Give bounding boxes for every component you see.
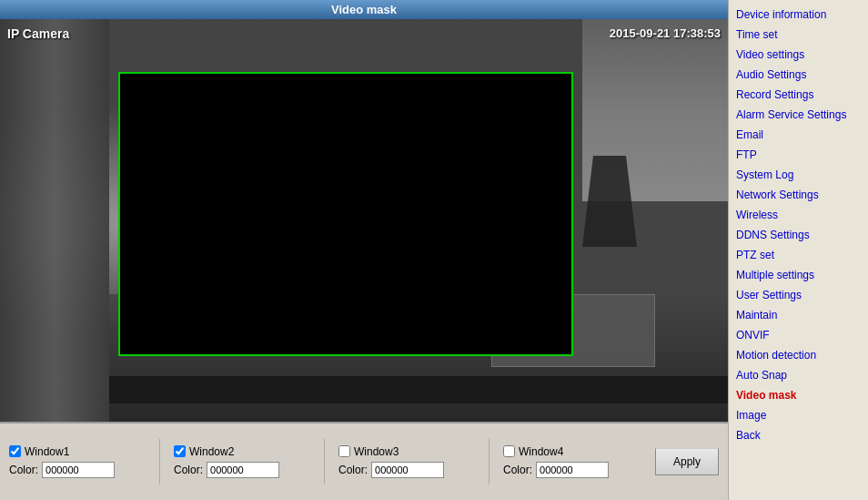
mask-window-1[interactable] [118,72,573,356]
sidebar-item-back[interactable]: Back [729,425,868,445]
window1-color-label: Color: [9,464,38,476]
window1-checkbox[interactable] [9,445,21,457]
divider-3 [489,439,490,485]
window3-checkbox[interactable] [338,445,350,457]
door-element [0,19,109,422]
sidebar-item-time-set[interactable]: Time set [729,25,868,45]
window2-checkbox[interactable] [174,445,186,457]
title-bar: Video mask [0,0,728,19]
divider-1 [159,439,160,485]
sidebar-item-onvif[interactable]: ONVIF [729,325,868,345]
window2-color-label: Color: [174,464,203,476]
sidebar-item-email[interactable]: Email [729,125,868,145]
sidebar-item-ddns-settings[interactable]: DDNS Settings [729,225,868,245]
sidebar-item-ptz-set[interactable]: PTZ set [729,245,868,265]
window4-color-label: Color: [503,464,532,476]
window1-color-input[interactable] [42,462,115,478]
window4-checkbox[interactable] [503,445,515,457]
camera-view: IP Camera 2015-09-21 17:38:53 [0,19,728,422]
sidebar-item-auto-snap[interactable]: Auto Snap [729,365,868,385]
window3-label: Window3 [354,445,399,458]
divider-2 [324,439,325,485]
window-4-group: Window4 Color: [503,445,640,478]
sidebar-item-image[interactable]: Image [729,405,868,425]
window-3-group: Window3 Color: [338,445,475,478]
window3-color-label: Color: [338,464,368,476]
sidebar-item-ftp[interactable]: FTP [729,145,868,165]
window2-color-input[interactable] [207,462,279,478]
window-1-group: Window1 Color: [9,445,146,478]
camera-timestamp: 2015-09-21 17:38:53 [610,26,721,40]
camera-panel: Video mask IP Camera 2015-09-21 17:38:53 [0,0,728,500]
window2-label: Window2 [189,445,234,458]
sidebar-item-alarm-service-settings[interactable]: Alarm Service Settings [729,105,868,125]
sidebar-item-audio-settings[interactable]: Audio Settings [729,65,868,85]
sidebar-item-system-log[interactable]: System Log [729,165,868,185]
sidebar-item-maintain[interactable]: Maintain [729,305,868,325]
sidebar-item-video-settings[interactable]: Video settings [729,45,868,65]
window3-color-input[interactable] [371,462,444,478]
window4-label: Window4 [519,445,563,458]
window-2-group: Window2 Color: [174,445,310,478]
window4-color-input[interactable] [536,462,609,478]
sidebar-item-wireless[interactable]: Wireless [729,205,868,225]
controls-bar: Window1 Color: Window2 Color: [0,422,728,500]
sidebar-item-video-mask[interactable]: Video mask [729,385,868,405]
sidebar-item-motion-detection[interactable]: Motion detection [729,345,868,365]
camera-label: IP Camera [7,26,69,41]
window1-label: Window1 [25,445,69,458]
sidebar-item-multiple-settings[interactable]: Multiple settings [729,265,868,285]
main-layout: Video mask IP Camera 2015-09-21 17:38:53 [0,0,868,500]
sidebar: Device informationTime setVideo settings… [728,0,868,500]
sidebar-item-network-settings[interactable]: Network Settings [729,185,868,205]
sidebar-item-record-settings[interactable]: Record Settings [729,85,868,105]
apply-button[interactable]: Apply [655,448,719,475]
sidebar-item-device-information[interactable]: Device information [729,5,868,25]
sidebar-item-user-settings[interactable]: User Settings [729,285,868,305]
title-label: Video mask [331,3,397,16]
ground-shadow [109,376,728,403]
